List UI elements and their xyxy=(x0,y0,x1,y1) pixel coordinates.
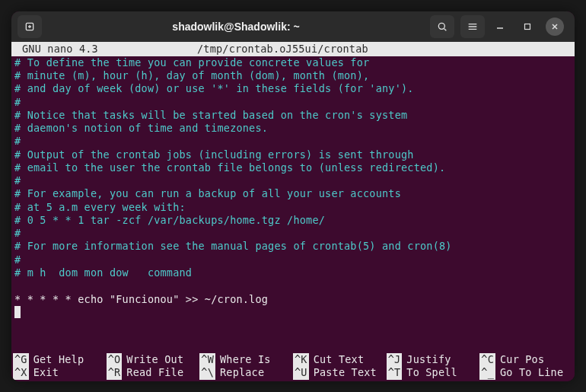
shortcut-item: ^XExit xyxy=(13,366,107,379)
shortcut-item: ^TTo Spell xyxy=(387,366,480,379)
svg-rect-2 xyxy=(525,24,530,29)
shortcut-key: ^G xyxy=(13,353,29,366)
nano-editor[interactable]: GNU nano 4.3 /tmp/crontab.oJ55ui/crontab… xyxy=(11,42,575,381)
search-button[interactable] xyxy=(430,15,454,38)
shortcut-label: Cut Text xyxy=(314,353,365,366)
cursor-line xyxy=(14,306,572,319)
editor-app-name: GNU nano 4.3 xyxy=(22,43,197,56)
shortcut-item: ^OWrite Out xyxy=(107,353,200,366)
editor-line xyxy=(14,279,572,292)
editor-line: # For more information see the manual pa… xyxy=(14,240,572,253)
shortcut-label: Write Out xyxy=(126,353,183,366)
shortcut-item: ^_Go To Line xyxy=(479,366,573,379)
editor-line: # xyxy=(14,174,572,187)
shortcut-item: ^WWhere Is xyxy=(199,353,293,366)
shortcut-item: ^RRead File xyxy=(107,366,200,379)
editor-line: # at 5 a.m every week with: xyxy=(14,201,572,214)
shortcut-label: Exit xyxy=(33,366,59,379)
shortcut-label: Go To Line xyxy=(500,366,563,379)
shortcut-key: ^U xyxy=(293,366,309,379)
shortcut-label: To Spell xyxy=(406,366,457,379)
editor-header: GNU nano 4.3 /tmp/crontab.oJ55ui/crontab xyxy=(11,42,575,56)
editor-line: # email to the user the crontab file bel… xyxy=(14,161,572,174)
shortcut-label: Cur Pos xyxy=(500,353,544,366)
editor-line: # and day of week (dow) or use '*' in th… xyxy=(14,82,572,95)
editor-line: # Notice that tasks will be started base… xyxy=(14,109,572,122)
editor-line: # daemon's notion of time and timezones. xyxy=(14,122,572,135)
shortcut-label: Read File xyxy=(126,366,183,379)
shortcut-item: ^\Replace xyxy=(199,366,293,379)
shortcut-label: Paste Text xyxy=(314,366,377,379)
shortcut-item: ^CCur Pos xyxy=(479,353,573,366)
shortcut-label: Justify xyxy=(406,353,451,366)
editor-line: # 0 5 * * 1 tar -zcf /var/backups/home.t… xyxy=(14,214,572,227)
shortcut-label: Replace xyxy=(220,366,264,379)
minimize-button[interactable] xyxy=(491,18,509,36)
shortcuts-bar: ^GGet Help^OWrite Out^WWhere Is^KCut Tex… xyxy=(11,353,575,381)
shortcut-item: ^UPaste Text xyxy=(293,366,387,379)
cursor xyxy=(14,306,21,318)
shortcut-key: ^C xyxy=(479,353,495,366)
shortcut-key: ^R xyxy=(107,366,123,379)
maximize-button[interactable] xyxy=(518,18,537,36)
window-controls xyxy=(491,18,568,36)
editor-line: * * * * * echo "Funcionou" >> ~/cron.log xyxy=(14,293,572,306)
editor-line: # xyxy=(14,253,572,266)
shortcut-item: ^GGet Help xyxy=(13,353,107,366)
editor-line: # For example, you can run a backup of a… xyxy=(14,187,572,200)
shortcut-label: Where Is xyxy=(220,353,271,366)
shortcut-key: ^W xyxy=(199,353,215,366)
terminal-window: shadowlik@Shadowlik: ~ GNU nano 4.3 /tmp… xyxy=(11,11,575,381)
editor-line: # xyxy=(14,135,572,148)
shortcut-key: ^J xyxy=(387,353,403,366)
menu-button[interactable] xyxy=(460,15,485,38)
shortcut-item: ^KCut Text xyxy=(293,353,387,366)
window-title: shadowlik@Shadowlik: ~ xyxy=(48,21,424,33)
editor-line: # To define the time you can provide con… xyxy=(14,56,572,69)
new-tab-button[interactable] xyxy=(18,15,42,38)
shortcut-key: ^\ xyxy=(199,366,215,379)
editor-line: # Output of the crontab jobs (including … xyxy=(14,148,572,161)
close-button[interactable] xyxy=(546,18,564,36)
editor-line: # xyxy=(14,96,572,109)
shortcut-key: ^K xyxy=(293,353,309,366)
shortcut-key: ^T xyxy=(387,366,403,379)
editor-line: # xyxy=(14,227,572,240)
titlebar: shadowlik@Shadowlik: ~ xyxy=(11,11,575,42)
editor-line: # minute (m), hour (h), day of month (do… xyxy=(14,69,572,82)
editor-file-path: /tmp/crontab.oJ55ui/crontab xyxy=(197,43,572,56)
shortcut-item: ^JJustify xyxy=(387,353,480,366)
shortcut-key: ^X xyxy=(13,366,29,379)
editor-content[interactable]: # To define the time you can provide con… xyxy=(11,56,575,353)
editor-line: # m h dom mon dow command xyxy=(14,266,572,279)
svg-point-1 xyxy=(438,23,444,29)
shortcut-key: ^O xyxy=(107,353,123,366)
shortcut-label: Get Help xyxy=(33,353,84,366)
shortcut-key: ^_ xyxy=(479,366,495,379)
